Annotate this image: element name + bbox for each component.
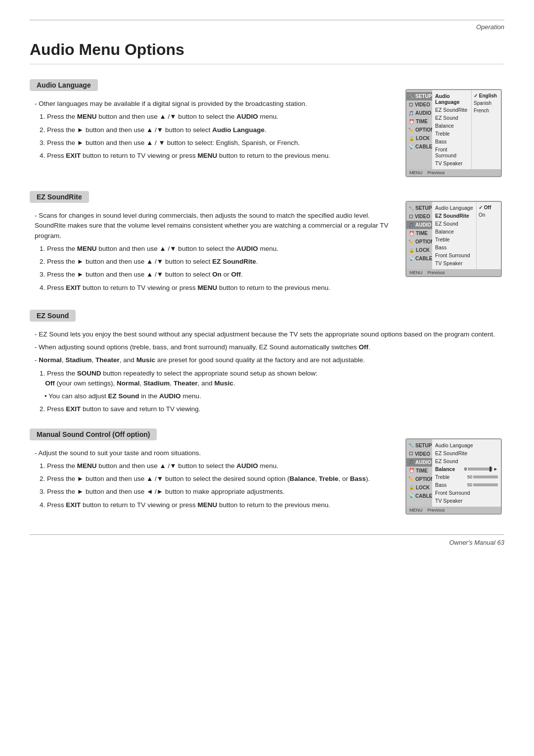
tv-menu-3: 🔧SETUP ☐VIDEO 🎵AUDIO ⏰TIME ✏️OPTION xyxy=(405,438,502,515)
menu2-bass: Bass xyxy=(435,243,473,251)
sidebar2-time: ⏰TIME xyxy=(406,229,432,237)
submenu-1: ✓ English Spanish French xyxy=(471,90,501,169)
menu-row-treble: Treble xyxy=(435,130,468,138)
footer-text: Owner's Manual 63 xyxy=(449,539,504,546)
tv-main-3: Audio Language EZ SoundRite EZ Sound Bal… xyxy=(432,439,501,507)
bass-slider xyxy=(473,483,498,486)
footer-menu-2: MENU xyxy=(409,270,423,275)
treble-slider xyxy=(473,475,498,478)
ez-soundrite-step-3: 3. Press the ► button and then use ▲ /▼ … xyxy=(40,270,396,280)
section-ez-soundrite: EZ SoundRite Scans for changes in sound … xyxy=(30,191,504,296)
diagram-manual-sound: 🔧SETUP ☐VIDEO 🎵AUDIO ⏰TIME ✏️OPTION xyxy=(405,438,504,515)
video-icon: ☐ xyxy=(408,102,413,107)
ez-sound-step-1: 1. Press the SOUND button repeatedly to … xyxy=(40,369,504,389)
cable-icon-3: 📡 xyxy=(408,493,414,498)
setup-icon-2: 🔧 xyxy=(408,206,414,211)
submenu-french: French xyxy=(474,107,499,114)
time-icon: ⏰ xyxy=(408,119,414,124)
menu-row-tv-speaker: TV Speaker xyxy=(435,159,468,167)
submenu-english: ✓ English xyxy=(474,92,499,99)
sidebar-setup: 🔧SETUP xyxy=(406,92,432,100)
header-label: Operation xyxy=(476,23,504,31)
submenu-2: ✓ Off On xyxy=(476,202,501,269)
menu-row-audio-language: Audio Language xyxy=(435,92,468,106)
sidebar-cable: 📡CABLE xyxy=(406,142,432,151)
menu-row-ez-soundrite: EZ SoundRite xyxy=(435,106,468,114)
menu-row-balance: Balance xyxy=(435,122,468,130)
sidebar-option: ✏️OPTION xyxy=(406,126,432,134)
sidebar-time: ⏰TIME xyxy=(406,117,432,126)
setup-icon: 🔧 xyxy=(408,94,414,99)
ez-soundrite-step-2: 2. Press the ► button and then use ▲ /▼ … xyxy=(40,257,396,267)
diagram-ez-soundrite: 🔧SETUP ☐VIDEO 🎵AUDIO ⏰TIME ✏️OPTION xyxy=(405,201,504,296)
sidebar3-setup: 🔧SETUP xyxy=(406,441,432,450)
ez-sound-bullet-1: EZ Sound lets you enjoy the best sound w… xyxy=(35,330,504,339)
lock-icon: 🔒 xyxy=(408,136,414,141)
option-icon: ✏️ xyxy=(408,128,414,133)
audio-icon-2: 🎵 xyxy=(408,223,414,228)
menu3-ez-sound: EZ Sound xyxy=(435,457,498,465)
menu3-ez-soundrite: EZ SoundRite xyxy=(435,449,498,457)
sidebar2-video: ☐VIDEO xyxy=(406,212,432,221)
page-footer: Owner's Manual 63 xyxy=(30,534,504,546)
ez-sound-bullet-3: Normal, Stadium, Theater, and Music are … xyxy=(35,355,504,365)
heading-ez-soundrite: EZ SoundRite xyxy=(30,191,89,203)
sidebar3-cable: 📡CABLE xyxy=(406,492,432,500)
sidebar2-lock: 🔒LOCK xyxy=(406,246,432,254)
page-header: Operation xyxy=(30,20,504,31)
tv-main-1: Audio Language EZ SoundRite EZ Sound Bal… xyxy=(432,90,471,169)
audio-lang-bullet-1: Other languages may be available if a di… xyxy=(35,99,396,109)
balance-value: 0 xyxy=(464,467,467,472)
page-title: Audio Menu Options xyxy=(30,41,504,64)
manual-sound-step-2: 2. Press the ► button and then use ▲ /▼ … xyxy=(40,474,396,484)
balance-slider xyxy=(468,468,492,471)
audio-icon: 🎵 xyxy=(408,111,414,116)
footer-menu-3: MENU xyxy=(409,508,423,513)
menu2-treble: Treble xyxy=(435,236,473,243)
section-ez-soundrite-content: EZ SoundRite Scans for changes in sound … xyxy=(30,191,396,296)
submenu2-on: On xyxy=(479,211,499,219)
sidebar-lock: 🔒LOCK xyxy=(406,134,432,142)
menu-row-bass: Bass xyxy=(435,138,468,145)
submenu2-off: ✓ Off xyxy=(479,204,499,211)
ez-sound-step-2: 2. Press EXIT button to save and return … xyxy=(40,404,504,414)
footer-menu-1: MENU xyxy=(409,170,423,175)
section-audio-language-content: Audio Language Other languages may be av… xyxy=(30,79,396,177)
manual-sound-step-3: 3. Press the ► button and then use ◄ /► … xyxy=(40,487,396,497)
tv-footer-3: MENU Previous xyxy=(406,507,501,514)
manual-sound-step-4: 4. Press EXIT button to return to TV vie… xyxy=(40,500,396,510)
audio-lang-step-2: 2. Press the ► button and then use ▲ /▼ … xyxy=(40,125,396,135)
footer-previous-3: Previous xyxy=(428,508,445,513)
submenu-spanish: Spanish xyxy=(474,99,499,107)
section-manual-sound: Manual Sound Control (Off option) Adjust… xyxy=(30,428,504,515)
menu-row-front-surround: Front Surround xyxy=(435,145,468,159)
menu3-bass: Bass 50 xyxy=(435,481,498,489)
heading-audio-language: Audio Language xyxy=(30,79,98,91)
menu3-front-surround: Front Surround xyxy=(435,489,498,497)
audio-lang-step-1: 1. Press the MENU button and then use ▲ … xyxy=(40,112,396,122)
tv-footer-1: MENU Previous xyxy=(406,169,501,176)
section-ez-sound: EZ Sound EZ Sound lets you enjoy the bes… xyxy=(30,310,504,415)
balance-thumb xyxy=(490,467,491,472)
manual-sound-step-1: 1. Press the MENU button and then use ▲ … xyxy=(40,461,396,471)
tv-sidebar-2: 🔧SETUP ☐VIDEO 🎵AUDIO ⏰TIME ✏️OPTION xyxy=(406,202,432,269)
tv-menu-2: 🔧SETUP ☐VIDEO 🎵AUDIO ⏰TIME ✏️OPTION xyxy=(405,201,502,277)
menu2-ez-soundrite: EZ SoundRite xyxy=(435,212,473,220)
bass-value: 50 xyxy=(467,482,472,487)
ez-soundrite-bullet-1: Scans for changes in sound level during … xyxy=(35,211,396,241)
tv-main-2: Audio Language EZ SoundRite EZ Sound Bal… xyxy=(432,202,476,269)
cable-icon-2: 📡 xyxy=(408,256,414,261)
audio-lang-step-4: 4. Press EXIT button to return to TV vie… xyxy=(40,151,396,161)
heading-manual-sound: Manual Sound Control (Off option) xyxy=(30,428,157,440)
setup-icon-3: 🔧 xyxy=(408,443,414,448)
video-icon-2: ☐ xyxy=(408,214,413,219)
ez-soundrite-step-1: 1. Press the MENU button and then use ▲ … xyxy=(40,244,396,254)
footer-previous-1: Previous xyxy=(428,170,445,175)
diagram-audio-language: 🔧SETUP ☐VIDEO 🎵AUDIO ⏰TIME ✏️OPTION xyxy=(405,89,504,177)
tv-menu-1: 🔧SETUP ☐VIDEO 🎵AUDIO ⏰TIME ✏️OPTION xyxy=(405,89,502,177)
ez-soundrite-step-4: 4. Press EXIT button to return to TV vie… xyxy=(40,283,396,293)
menu2-tv-speaker: TV Speaker xyxy=(435,259,473,267)
menu-row-ez-sound: EZ Sound xyxy=(435,114,468,122)
menu3-balance: Balance 0 ► xyxy=(435,465,498,473)
sidebar3-time: ⏰TIME xyxy=(406,467,432,475)
